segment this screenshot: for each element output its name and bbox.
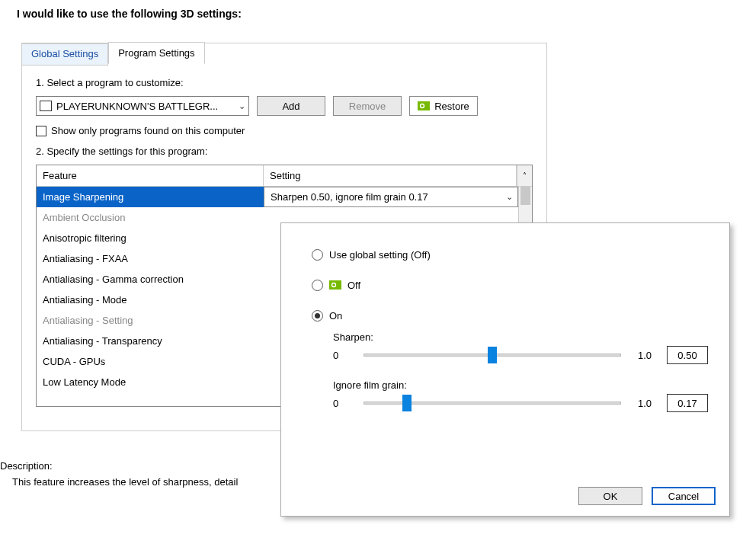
tab-global-settings[interactable]: Global Settings xyxy=(21,43,108,66)
scroll-up-button[interactable]: ˄ xyxy=(517,165,532,186)
feature-name: CUDA - GPUs xyxy=(37,351,264,372)
sharpen-label: Sharpen: xyxy=(333,331,708,343)
radio-icon[interactable] xyxy=(312,310,323,322)
table-header: Feature Setting ˄ xyxy=(37,165,532,187)
checkbox-icon[interactable] xyxy=(36,126,46,136)
radio-label: Use global setting (Off) xyxy=(329,249,431,261)
program-selected-text: PLAYERUNKNOWN'S BATTLEGR... xyxy=(56,101,234,112)
slider-max: 1.0 xyxy=(630,350,652,361)
feature-name: Antialiasing - Transparency xyxy=(37,331,264,351)
setting-value: Sharpen 0.50, ignore film grain 0.17 xyxy=(271,191,428,203)
restore-button[interactable]: Restore xyxy=(409,96,478,116)
slider-min: 0 xyxy=(333,350,354,361)
feature-name: Anisotropic filtering xyxy=(37,228,264,248)
grain-slider[interactable] xyxy=(363,394,621,412)
section-1-label: 1. Select a program to customize: xyxy=(36,77,533,88)
slider-thumb[interactable] xyxy=(488,347,497,363)
radio-off[interactable]: Off xyxy=(312,277,708,293)
chevron-down-icon: ⌄ xyxy=(506,192,513,202)
chevron-up-icon: ˄ xyxy=(523,171,527,180)
section-2-label: 2. Specify the settings for this program… xyxy=(36,146,533,157)
feature-name: Image Sharpening xyxy=(37,187,264,207)
ok-button[interactable]: OK xyxy=(578,487,642,505)
feature-name: Antialiasing - Gamma correction xyxy=(37,269,264,290)
slider-max: 1.0 xyxy=(630,398,652,409)
sharpening-popup: Use global setting (Off) Off On Sharpen:… xyxy=(280,222,730,517)
table-row[interactable]: Image Sharpening Sharpen 0.50, ignore fi… xyxy=(37,187,518,207)
page-title: I would like to use the following 3D set… xyxy=(0,0,743,20)
feature-name: Low Latency Mode xyxy=(37,372,264,392)
feature-name: Antialiasing - Setting xyxy=(37,310,264,331)
radio-label: Off xyxy=(347,280,360,291)
svg-point-5 xyxy=(332,283,335,286)
scroll-thumb[interactable] xyxy=(520,187,530,205)
on-controls: Sharpen: 0 1.0 0.50 Ignore film grain: 0… xyxy=(333,331,708,412)
popup-button-row: OK Cancel xyxy=(578,487,716,505)
tab-program-settings[interactable]: Program Settings xyxy=(108,42,204,64)
nvidia-icon xyxy=(329,280,341,290)
add-button[interactable]: Add xyxy=(257,96,325,116)
tab-bar: Global Settings Program Settings xyxy=(21,43,205,65)
show-only-checkbox-row[interactable]: Show only programs found on this compute… xyxy=(36,125,533,136)
radio-label: On xyxy=(329,310,342,322)
radio-icon[interactable] xyxy=(312,280,323,291)
sharpen-value[interactable]: 0.50 xyxy=(667,346,708,364)
restore-label: Restore xyxy=(434,101,469,112)
chevron-down-icon: ⌄ xyxy=(239,101,245,111)
program-row: PLAYERUNKNOWN'S BATTLEGR... ⌄ Add Remove… xyxy=(36,96,533,116)
radio-use-global[interactable]: Use global setting (Off) xyxy=(312,246,708,263)
radio-icon[interactable] xyxy=(312,249,323,261)
nvidia-icon xyxy=(418,101,430,110)
cancel-button[interactable]: Cancel xyxy=(652,487,716,505)
feature-name: Ambient Occlusion xyxy=(37,207,264,228)
grain-label: Ignore film grain: xyxy=(333,379,708,391)
feature-name: Antialiasing - FXAA xyxy=(37,248,264,269)
remove-button: Remove xyxy=(333,96,402,116)
checkbox-label: Show only programs found on this compute… xyxy=(51,125,245,136)
feature-setting-dropdown[interactable]: Sharpen 0.50, ignore film grain 0.17 ⌄ xyxy=(264,187,518,207)
feature-name: Antialiasing - Mode xyxy=(37,290,264,310)
sharpen-slider[interactable] xyxy=(363,346,621,364)
slider-min: 0 xyxy=(333,398,354,409)
radio-on[interactable]: On xyxy=(312,307,708,324)
grain-value[interactable]: 0.17 xyxy=(667,394,708,412)
header-setting[interactable]: Setting xyxy=(264,165,517,186)
grain-slider-row: 0 1.0 0.17 xyxy=(333,394,708,412)
program-dropdown[interactable]: PLAYERUNKNOWN'S BATTLEGR... ⌄ xyxy=(36,96,249,116)
program-icon xyxy=(40,101,52,111)
svg-point-2 xyxy=(421,104,424,107)
slider-thumb[interactable] xyxy=(402,395,412,411)
sharpen-slider-row: 0 1.0 0.50 xyxy=(333,346,708,364)
header-feature[interactable]: Feature xyxy=(37,165,264,186)
